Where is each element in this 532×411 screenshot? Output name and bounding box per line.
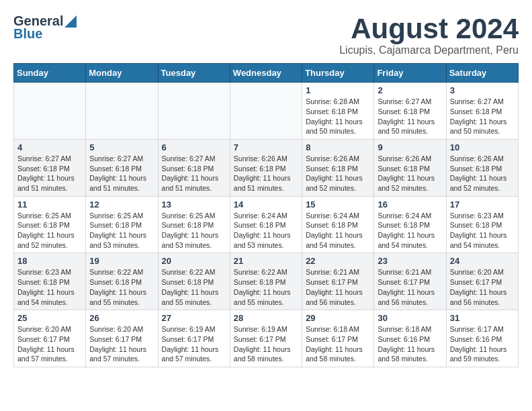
day-number: 16	[378, 199, 442, 210]
day-info: Sunrise: 6:24 AM Sunset: 6:18 PM Dayligh…	[234, 211, 298, 250]
day-number: 29	[306, 313, 370, 323]
calendar-cell: 3Sunrise: 6:27 AM Sunset: 6:18 PM Daylig…	[446, 83, 518, 140]
day-info: Sunrise: 6:24 AM Sunset: 6:18 PM Dayligh…	[378, 211, 442, 250]
calendar-cell: 17Sunrise: 6:23 AM Sunset: 6:18 PM Dayli…	[446, 196, 518, 253]
day-info: Sunrise: 6:27 AM Sunset: 6:18 PM Dayligh…	[17, 154, 82, 193]
day-number: 28	[234, 313, 298, 323]
day-number: 5	[89, 142, 154, 152]
calendar-cell: 16Sunrise: 6:24 AM Sunset: 6:18 PM Dayli…	[374, 196, 446, 253]
day-number: 4	[17, 142, 82, 152]
calendar-cell: 7Sunrise: 6:26 AM Sunset: 6:18 PM Daylig…	[230, 139, 302, 196]
day-number: 2	[378, 85, 442, 95]
day-number: 26	[89, 313, 154, 323]
calendar-cell	[230, 83, 302, 140]
day-info: Sunrise: 6:22 AM Sunset: 6:18 PM Dayligh…	[234, 267, 298, 307]
calendar-cell: 24Sunrise: 6:20 AM Sunset: 6:17 PM Dayli…	[446, 253, 518, 310]
title-area: August 2024 Licupis, Cajamarca Departmen…	[339, 13, 519, 56]
weekday-header: Friday	[374, 64, 446, 83]
day-number: 10	[450, 142, 515, 152]
day-info: Sunrise: 6:28 AM Sunset: 6:18 PM Dayligh…	[306, 97, 370, 136]
day-number: 17	[450, 199, 515, 210]
day-info: Sunrise: 6:27 AM Sunset: 6:18 PM Dayligh…	[162, 154, 226, 193]
weekday-header: Sunday	[14, 64, 86, 83]
calendar-cell	[86, 83, 158, 140]
calendar-cell: 11Sunrise: 6:25 AM Sunset: 6:18 PM Dayli…	[14, 196, 86, 253]
day-info: Sunrise: 6:26 AM Sunset: 6:18 PM Dayligh…	[450, 154, 515, 193]
calendar-week-row: 25Sunrise: 6:20 AM Sunset: 6:17 PM Dayli…	[14, 310, 519, 367]
calendar-cell: 26Sunrise: 6:20 AM Sunset: 6:17 PM Dayli…	[86, 310, 158, 367]
day-number: 27	[162, 313, 226, 323]
day-info: Sunrise: 6:22 AM Sunset: 6:18 PM Dayligh…	[89, 267, 154, 307]
logo: General Blue	[13, 13, 77, 42]
day-number: 1	[306, 85, 370, 95]
day-number: 22	[306, 256, 370, 266]
calendar-cell: 27Sunrise: 6:19 AM Sunset: 6:17 PM Dayli…	[158, 310, 230, 367]
svg-marker-0	[64, 15, 77, 28]
day-info: Sunrise: 6:27 AM Sunset: 6:18 PM Dayligh…	[378, 97, 442, 136]
day-number: 6	[162, 142, 226, 152]
calendar-cell	[14, 83, 86, 140]
day-info: Sunrise: 6:20 AM Sunset: 6:17 PM Dayligh…	[17, 324, 82, 364]
day-number: 3	[450, 85, 515, 95]
logo-triangle-icon	[64, 15, 77, 28]
weekday-header: Tuesday	[158, 64, 230, 83]
month-title: August 2024	[339, 13, 519, 44]
calendar-cell: 21Sunrise: 6:22 AM Sunset: 6:18 PM Dayli…	[230, 253, 302, 310]
calendar-cell: 4Sunrise: 6:27 AM Sunset: 6:18 PM Daylig…	[14, 139, 86, 196]
day-info: Sunrise: 6:26 AM Sunset: 6:18 PM Dayligh…	[378, 154, 442, 193]
calendar-cell	[158, 83, 230, 140]
day-info: Sunrise: 6:25 AM Sunset: 6:18 PM Dayligh…	[162, 211, 226, 250]
day-number: 31	[450, 313, 515, 323]
day-info: Sunrise: 6:19 AM Sunset: 6:17 PM Dayligh…	[162, 324, 226, 364]
day-info: Sunrise: 6:17 AM Sunset: 6:16 PM Dayligh…	[450, 324, 515, 364]
calendar-cell: 13Sunrise: 6:25 AM Sunset: 6:18 PM Dayli…	[158, 196, 230, 253]
calendar-cell: 31Sunrise: 6:17 AM Sunset: 6:16 PM Dayli…	[446, 310, 518, 367]
weekday-header: Thursday	[302, 64, 374, 83]
day-number: 7	[234, 142, 298, 152]
day-number: 14	[234, 199, 298, 210]
calendar-week-row: 1Sunrise: 6:28 AM Sunset: 6:18 PM Daylig…	[14, 83, 519, 140]
day-info: Sunrise: 6:27 AM Sunset: 6:18 PM Dayligh…	[89, 154, 154, 193]
day-number: 30	[378, 313, 442, 323]
calendar-cell: 22Sunrise: 6:21 AM Sunset: 6:17 PM Dayli…	[302, 253, 374, 310]
day-info: Sunrise: 6:25 AM Sunset: 6:18 PM Dayligh…	[89, 211, 154, 250]
day-info: Sunrise: 6:27 AM Sunset: 6:18 PM Dayligh…	[450, 97, 515, 136]
weekday-header: Saturday	[446, 64, 518, 83]
day-number: 8	[306, 142, 370, 152]
page-header: General Blue August 2024 Licupis, Cajama…	[13, 13, 519, 56]
calendar-table: SundayMondayTuesdayWednesdayThursdayFrid…	[13, 63, 519, 367]
calendar-cell: 10Sunrise: 6:26 AM Sunset: 6:18 PM Dayli…	[446, 139, 518, 196]
day-number: 24	[450, 256, 515, 266]
calendar-week-row: 11Sunrise: 6:25 AM Sunset: 6:18 PM Dayli…	[14, 196, 519, 253]
weekday-header: Wednesday	[230, 64, 302, 83]
day-info: Sunrise: 6:20 AM Sunset: 6:17 PM Dayligh…	[89, 324, 154, 364]
calendar-cell: 18Sunrise: 6:23 AM Sunset: 6:18 PM Dayli…	[14, 253, 86, 310]
day-info: Sunrise: 6:26 AM Sunset: 6:18 PM Dayligh…	[234, 154, 298, 193]
day-info: Sunrise: 6:21 AM Sunset: 6:17 PM Dayligh…	[378, 267, 442, 307]
day-info: Sunrise: 6:18 AM Sunset: 6:17 PM Dayligh…	[306, 324, 370, 364]
day-number: 20	[162, 256, 226, 266]
day-info: Sunrise: 6:20 AM Sunset: 6:17 PM Dayligh…	[450, 267, 515, 307]
day-number: 25	[17, 313, 82, 323]
day-number: 21	[234, 256, 298, 266]
calendar-cell: 6Sunrise: 6:27 AM Sunset: 6:18 PM Daylig…	[158, 139, 230, 196]
calendar-cell: 29Sunrise: 6:18 AM Sunset: 6:17 PM Dayli…	[302, 310, 374, 367]
day-info: Sunrise: 6:18 AM Sunset: 6:16 PM Dayligh…	[378, 324, 442, 364]
calendar-week-row: 4Sunrise: 6:27 AM Sunset: 6:18 PM Daylig…	[14, 139, 519, 196]
day-number: 11	[17, 199, 82, 210]
calendar-cell: 20Sunrise: 6:22 AM Sunset: 6:18 PM Dayli…	[158, 253, 230, 310]
day-number: 23	[378, 256, 442, 266]
day-info: Sunrise: 6:23 AM Sunset: 6:18 PM Dayligh…	[450, 211, 515, 250]
calendar-cell: 28Sunrise: 6:19 AM Sunset: 6:17 PM Dayli…	[230, 310, 302, 367]
day-info: Sunrise: 6:23 AM Sunset: 6:18 PM Dayligh…	[17, 267, 82, 307]
day-info: Sunrise: 6:25 AM Sunset: 6:18 PM Dayligh…	[17, 211, 82, 250]
calendar-cell: 30Sunrise: 6:18 AM Sunset: 6:16 PM Dayli…	[374, 310, 446, 367]
calendar-cell: 19Sunrise: 6:22 AM Sunset: 6:18 PM Dayli…	[86, 253, 158, 310]
calendar-cell: 8Sunrise: 6:26 AM Sunset: 6:18 PM Daylig…	[302, 139, 374, 196]
day-number: 9	[378, 142, 442, 152]
calendar-cell: 1Sunrise: 6:28 AM Sunset: 6:18 PM Daylig…	[302, 83, 374, 140]
day-info: Sunrise: 6:19 AM Sunset: 6:17 PM Dayligh…	[234, 324, 298, 364]
calendar-week-row: 18Sunrise: 6:23 AM Sunset: 6:18 PM Dayli…	[14, 253, 519, 310]
calendar-cell: 2Sunrise: 6:27 AM Sunset: 6:18 PM Daylig…	[374, 83, 446, 140]
weekday-header-row: SundayMondayTuesdayWednesdayThursdayFrid…	[14, 64, 519, 83]
